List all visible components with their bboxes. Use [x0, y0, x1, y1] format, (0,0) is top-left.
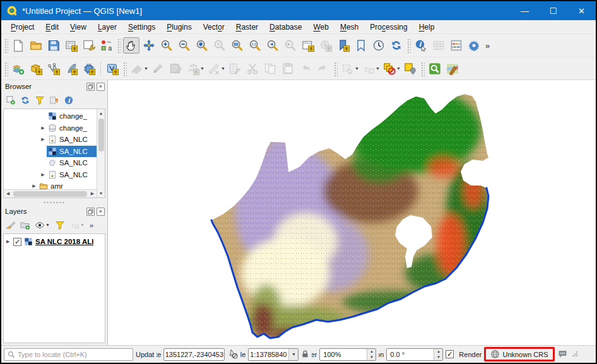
pan-to-selection-button[interactable]	[141, 37, 157, 54]
expand-arrow-icon[interactable]: ▶	[39, 126, 47, 131]
new-geopackage-layer-button[interactable]	[28, 61, 44, 77]
menu-help[interactable]: Help	[413, 21, 440, 33]
toolbar-handle[interactable]	[117, 38, 121, 53]
toolbar-handle[interactable]	[333, 61, 338, 76]
zoom-to-layer-button[interactable]	[229, 37, 245, 54]
new-spatial-bookmark-button[interactable]	[335, 37, 352, 54]
locator-search-input[interactable]: Type to locate (Ctrl+K)	[4, 348, 133, 361]
menu-project[interactable]: Project	[5, 21, 40, 33]
crs-status-button[interactable]: Unknown CRS	[484, 347, 554, 361]
zoom-last-button[interactable]	[264, 37, 281, 54]
cut-features-button[interactable]	[244, 61, 261, 77]
lock-scale-icon[interactable]	[301, 349, 309, 360]
menu-layer[interactable]: Layer	[92, 21, 122, 33]
toolbar-handle[interactable]	[4, 61, 8, 76]
save-project-button[interactable]	[45, 37, 62, 54]
select-by-value-button[interactable]	[402, 61, 418, 77]
filter-browser-button[interactable]	[35, 95, 45, 105]
expand-arrow-icon[interactable]: ▶	[39, 172, 47, 177]
collapse-all-button[interactable]	[49, 95, 59, 105]
menu-processing[interactable]: Processing	[364, 21, 413, 33]
map-canvas[interactable]	[107, 79, 596, 345]
scroll-right-icon[interactable]: ▶	[88, 190, 97, 198]
open-project-button[interactable]	[28, 37, 44, 54]
new-map-view-button[interactable]	[300, 37, 316, 54]
menu-settings[interactable]: Settings	[122, 21, 161, 33]
deselect-all-dropdown-icon[interactable]: ▼	[396, 66, 401, 71]
close-button[interactable]: ✕	[567, 1, 596, 20]
spin-up-icon[interactable]: ▲	[367, 349, 375, 355]
new-mesh-layer-button[interactable]	[81, 61, 97, 77]
browser-horizontal-scrollbar[interactable]: ◀ ▶	[4, 189, 97, 197]
spin-up-icon[interactable]: ▲	[434, 349, 442, 355]
toolbar-handle[interactable]	[420, 61, 425, 76]
modify-attributes-button[interactable]	[227, 61, 243, 77]
select-by-expression-button[interactable]: ε	[360, 61, 377, 77]
combo-dropdown-icon[interactable]: ▼	[288, 349, 298, 360]
field-calculator-button[interactable]	[448, 37, 464, 54]
dock-splitter[interactable]	[1, 200, 107, 205]
expand-arrow-icon[interactable]: ▶	[39, 137, 47, 142]
menu-vector[interactable]: Vector	[198, 21, 230, 33]
open-layer-styling-button[interactable]	[6, 220, 16, 230]
browser-item-sa-nlc[interactable]: SA_NLC	[4, 157, 97, 169]
menu-plugins[interactable]: Plugins	[161, 21, 197, 33]
add-selected-layers-button[interactable]	[6, 95, 16, 105]
toolbar-handle[interactable]	[4, 38, 8, 53]
zoom-in-button[interactable]	[158, 37, 175, 54]
scroll-down-icon[interactable]: ▼	[97, 189, 105, 197]
menu-database[interactable]: Database	[264, 21, 307, 33]
toolbar-handle[interactable]	[122, 61, 127, 76]
zoom-out-button[interactable]	[176, 37, 192, 54]
scale-combobox[interactable]: 1:13785840 ▼	[248, 348, 298, 361]
scroll-up-icon[interactable]: ▲	[97, 109, 105, 117]
layers-undock-button[interactable]	[86, 208, 95, 216]
magnifier-spinbox[interactable]: 100% ▲▼	[319, 348, 376, 361]
undo-button[interactable]	[297, 61, 314, 77]
add-group-button[interactable]	[20, 220, 30, 230]
rotation-spinbox[interactable]: 0.0 ° ▲▼	[386, 348, 443, 361]
filter-legend-button[interactable]	[55, 220, 65, 230]
osm-place-search-button[interactable]	[444, 61, 461, 77]
messages-button[interactable]	[557, 349, 568, 360]
filter-by-expression-dropdown-icon[interactable]: ▼	[80, 223, 85, 227]
select-features-button[interactable]	[340, 61, 356, 77]
menu-web[interactable]: Web	[307, 21, 334, 33]
maximize-button[interactable]: ☐	[539, 1, 567, 20]
current-edits-button[interactable]	[129, 61, 145, 77]
search-plugin-button[interactable]	[427, 61, 443, 77]
layer-item[interactable]: ▶✓SA NLC 2018 ALI	[4, 235, 105, 248]
new-temporary-scratch-layer-button[interactable]	[104, 61, 121, 77]
spin-down-icon[interactable]: ▼	[367, 355, 375, 360]
toolbar-overflow-button[interactable]: »	[485, 41, 490, 50]
refresh-map-button[interactable]	[388, 37, 405, 54]
scroll-left-icon[interactable]: ◀	[4, 190, 12, 198]
new-project-button[interactable]	[10, 37, 27, 54]
toolbar-handle[interactable]	[406, 38, 411, 53]
redo-button[interactable]	[315, 61, 331, 77]
toggle-editing-button[interactable]	[150, 61, 166, 77]
browser-item-sa-nlc[interactable]: ▶SA_NLC	[4, 169, 97, 181]
layer-properties-button[interactable]: i	[64, 95, 74, 105]
menu-edit[interactable]: Edit	[40, 21, 64, 33]
filter-by-expression-button[interactable]: ε▼	[69, 220, 85, 230]
browser-item-change-[interactable]: change_	[4, 110, 97, 122]
open-data-source-manager-button[interactable]	[10, 61, 27, 77]
refresh-browser-button[interactable]	[20, 95, 30, 105]
resize-grip[interactable]	[572, 351, 578, 358]
spin-down-icon[interactable]: ▼	[434, 355, 442, 360]
manage-map-themes-button[interactable]: ▼	[35, 220, 50, 230]
save-layer-edits-button[interactable]	[167, 61, 184, 77]
minimize-button[interactable]: —	[511, 1, 539, 20]
new-print-layout-button[interactable]	[63, 37, 80, 54]
browser-undock-button[interactable]	[86, 83, 95, 91]
browser-item-sa-nlc[interactable]: ▶SA_NLC	[4, 134, 97, 146]
expand-arrow-icon[interactable]: ▶	[6, 239, 13, 244]
zoom-next-button[interactable]	[282, 37, 298, 54]
temporal-controller-button[interactable]	[370, 37, 387, 54]
expand-arrow-icon[interactable]: ▶	[30, 184, 38, 189]
digitizing-tools-button[interactable]	[185, 61, 201, 77]
browser-item-change-[interactable]: ▶change_	[4, 122, 97, 134]
new-shapefile-layer-button[interactable]	[45, 61, 62, 77]
show-spatial-bookmarks-button[interactable]	[353, 37, 369, 54]
